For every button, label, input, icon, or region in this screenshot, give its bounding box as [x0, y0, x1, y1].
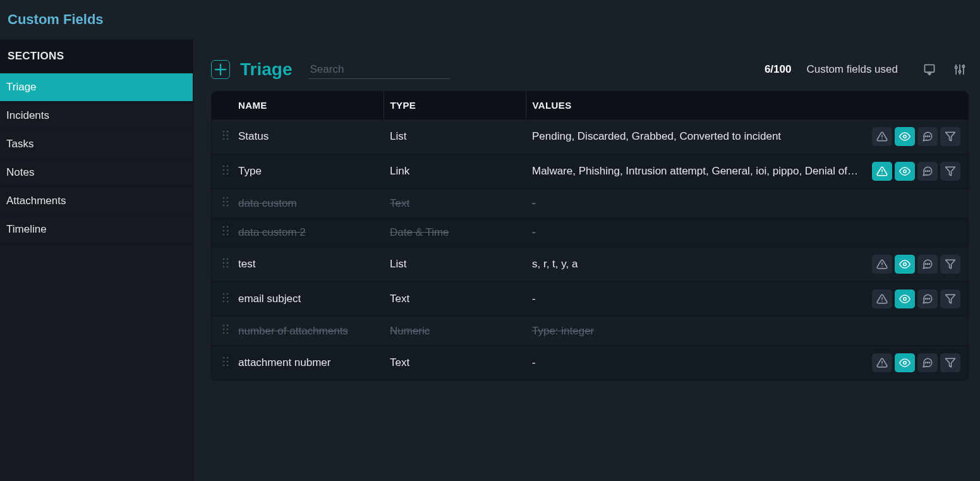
filter-icon [945, 293, 956, 305]
comment-toggle[interactable] [917, 127, 938, 146]
drag-handle[interactable] [212, 119, 232, 154]
col-header-type[interactable]: TYPE [384, 92, 526, 119]
alert-toggle[interactable] [872, 255, 892, 274]
table-row[interactable]: data custom 2Date & Time- [212, 218, 968, 247]
usage-label: Custom fields used [806, 63, 898, 76]
drag-handle[interactable] [212, 218, 232, 247]
filter-toggle[interactable] [940, 255, 960, 274]
comment-toggle[interactable] [917, 255, 938, 274]
svg-rect-2 [925, 65, 935, 73]
usage-count: 6/100 [765, 63, 792, 76]
drag-handle[interactable] [212, 189, 232, 218]
filter-toggle[interactable] [940, 289, 960, 308]
svg-point-59 [929, 264, 929, 264]
alert-toggle[interactable] [872, 289, 892, 308]
svg-point-37 [227, 197, 229, 199]
table-row[interactable]: email subjectText- [212, 282, 968, 317]
table-row[interactable]: number of attachmentsNumericType: intege… [212, 317, 968, 346]
svg-point-26 [227, 169, 229, 171]
drag-handle[interactable] [212, 247, 232, 282]
svg-point-11 [227, 130, 229, 132]
alert-icon [876, 293, 888, 305]
alert-toggle[interactable] [872, 127, 892, 146]
svg-point-40 [223, 205, 225, 207]
sidebar-item-tasks[interactable]: Tasks [0, 130, 193, 159]
col-header-name[interactable]: NAME [232, 92, 384, 119]
table-row[interactable]: attachment nubmerText- [212, 346, 968, 381]
sidebar-item-timeline[interactable]: Timeline [0, 216, 193, 244]
cell-type: List [384, 119, 526, 154]
svg-point-14 [223, 138, 225, 140]
drag-handle-icon [222, 258, 229, 268]
svg-marker-60 [946, 260, 955, 269]
filter-toggle[interactable] [940, 127, 960, 146]
drag-handle[interactable] [212, 346, 232, 381]
svg-marker-35 [946, 167, 955, 176]
svg-point-90 [927, 362, 928, 363]
cell-values: s, r, t, y, a [526, 247, 866, 282]
table-row[interactable]: TypeLinkMalware, Phishing, Intrusion att… [212, 154, 968, 189]
table-row[interactable]: testLists, r, t, y, a [212, 247, 968, 282]
alert-icon [876, 357, 888, 368]
svg-point-83 [227, 360, 229, 362]
main-header: Triage 6/100 Custom fields used [211, 59, 969, 80]
svg-point-63 [223, 296, 225, 298]
sidebar-item-notes[interactable]: Notes [0, 159, 193, 187]
drag-handle[interactable] [212, 317, 232, 346]
drag-handle[interactable] [212, 282, 232, 317]
svg-point-47 [227, 234, 229, 236]
visible-toggle[interactable] [895, 289, 915, 308]
visible-toggle[interactable] [895, 127, 915, 146]
cell-actions [866, 346, 968, 381]
filter-icon [945, 131, 956, 142]
visible-toggle[interactable] [895, 353, 915, 372]
svg-point-24 [227, 165, 229, 167]
comment-toggle[interactable] [917, 353, 938, 372]
sidebar-item-attachments[interactable]: Attachments [0, 187, 193, 216]
chat-icon [922, 293, 933, 305]
svg-point-34 [929, 171, 929, 171]
alert-toggle[interactable] [872, 353, 892, 372]
cell-name: test [232, 247, 384, 282]
alert-icon [876, 166, 888, 177]
export-button[interactable] [921, 61, 938, 78]
sidebar-item-incidents[interactable]: Incidents [0, 102, 193, 130]
cell-values: - [526, 346, 866, 381]
svg-marker-73 [946, 295, 955, 303]
svg-point-85 [227, 364, 229, 366]
svg-point-88 [904, 362, 907, 365]
comment-toggle[interactable] [917, 289, 938, 308]
svg-point-27 [223, 173, 225, 174]
svg-point-33 [927, 171, 928, 171]
download-icon [923, 63, 936, 76]
search-input[interactable] [308, 61, 451, 79]
visible-toggle[interactable] [895, 162, 915, 181]
drag-handle-icon [222, 356, 229, 367]
svg-point-82 [223, 360, 225, 362]
eye-icon [899, 293, 910, 305]
svg-point-20 [927, 136, 928, 137]
svg-point-74 [223, 325, 225, 327]
col-header-values[interactable]: VALUES [526, 92, 866, 119]
svg-marker-22 [946, 132, 955, 141]
add-field-button[interactable] [211, 60, 230, 79]
cell-actions [866, 247, 968, 282]
table-row[interactable]: data customText- [212, 189, 968, 218]
alert-toggle[interactable] [872, 162, 892, 181]
table-row[interactable]: StatusListPending, Discarded, Grabbed, C… [212, 119, 968, 154]
svg-point-43 [227, 226, 229, 228]
svg-point-78 [223, 332, 225, 334]
svg-point-56 [904, 263, 907, 266]
svg-point-53 [227, 265, 229, 267]
settings-button[interactable] [951, 61, 969, 78]
sidebar-heading: SECTIONS [0, 39, 193, 73]
comment-toggle[interactable] [917, 162, 938, 181]
drag-handle[interactable] [212, 154, 232, 189]
filter-toggle[interactable] [940, 162, 960, 181]
visible-toggle[interactable] [895, 255, 915, 274]
sidebar-item-triage[interactable]: Triage [0, 73, 193, 102]
filter-toggle[interactable] [940, 353, 960, 372]
svg-point-71 [927, 298, 928, 299]
cell-name: data custom 2 [232, 218, 384, 247]
eye-icon [899, 259, 910, 270]
